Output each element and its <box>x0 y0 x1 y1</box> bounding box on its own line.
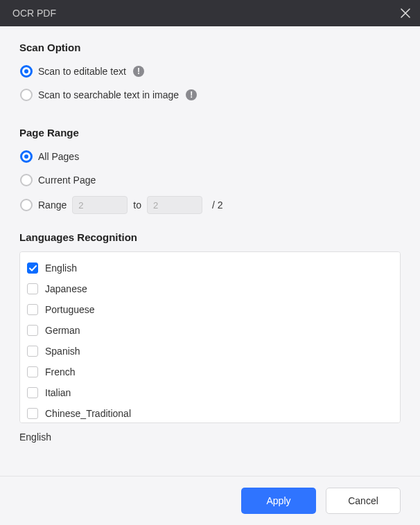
radio-current-page[interactable]: Current Page <box>19 172 401 188</box>
info-icon[interactable]: ! <box>133 66 144 77</box>
checkbox-icon <box>27 283 38 294</box>
cancel-button[interactable]: Cancel <box>326 488 401 514</box>
scan-option-heading: Scan Option <box>19 42 401 53</box>
radio-all-pages[interactable]: All Pages <box>19 148 401 165</box>
lang-item-german[interactable]: German <box>27 320 393 341</box>
lang-item-chinese-traditional[interactable]: Chinese_Traditional <box>27 403 393 423</box>
lang-label: Italian <box>45 387 71 398</box>
checkbox-icon <box>27 408 38 419</box>
radio-scan-searchable[interactable]: Scan to searchable text in image ! <box>19 87 401 103</box>
radio-icon <box>20 150 33 163</box>
radio-label: Current Page <box>38 175 96 186</box>
radio-icon <box>20 65 33 78</box>
scan-option-section: Scan Option Scan to editable text ! Scan… <box>19 42 401 110</box>
lang-label: Portuguese <box>45 304 95 315</box>
checkbox-icon <box>27 346 38 357</box>
page-range-heading: Page Range <box>19 127 401 139</box>
info-icon[interactable]: ! <box>186 89 197 100</box>
close-icon[interactable] <box>401 8 410 18</box>
lang-item-french[interactable]: French <box>27 362 393 382</box>
dialog-footer: Apply Cancel <box>0 476 420 525</box>
languages-listbox[interactable]: English Japanese Portuguese German Spani… <box>19 251 401 423</box>
radio-icon <box>20 174 33 186</box>
page-range-section: Page Range All Pages Current Page Range … <box>19 127 401 215</box>
range-to-input[interactable] <box>147 196 202 214</box>
dialog-title: OCR PDF <box>12 8 56 19</box>
radio-range[interactable] <box>20 199 33 211</box>
range-label: Range <box>38 199 67 211</box>
checkbox-icon <box>27 304 38 315</box>
lang-label: Spanish <box>45 346 80 357</box>
lang-item-spanish[interactable]: Spanish <box>27 341 393 362</box>
lang-label: English <box>45 262 77 274</box>
checkbox-icon <box>27 366 38 377</box>
checkbox-icon <box>27 325 38 336</box>
titlebar: OCR PDF <box>0 0 420 26</box>
lang-label: German <box>45 325 80 336</box>
dialog-content: Scan Option Scan to editable text ! Scan… <box>0 26 420 476</box>
lang-item-italian[interactable]: Italian <box>27 382 393 403</box>
lang-label: Chinese_Traditional <box>45 408 131 419</box>
apply-button[interactable]: Apply <box>241 488 316 514</box>
range-from-input[interactable] <box>72 196 128 214</box>
selected-languages-summary: English <box>19 431 401 443</box>
languages-heading: Languages Recognition <box>19 231 401 243</box>
radio-label: Scan to searchable text in image <box>38 89 179 100</box>
total-pages-label: / 2 <box>212 199 223 211</box>
lang-item-english[interactable]: English <box>27 258 393 278</box>
radio-range-row: Range to / 2 <box>19 195 401 215</box>
lang-label: French <box>45 366 76 377</box>
radio-scan-editable[interactable]: Scan to editable text ! <box>19 63 401 80</box>
lang-label: Japanese <box>45 283 87 294</box>
range-to-label: to <box>133 199 141 211</box>
radio-icon <box>20 89 33 101</box>
radio-label: All Pages <box>38 151 79 162</box>
lang-item-portuguese[interactable]: Portuguese <box>27 299 393 320</box>
lang-item-japanese[interactable]: Japanese <box>27 278 393 299</box>
radio-label: Scan to editable text <box>38 66 126 77</box>
checkbox-icon <box>27 387 38 398</box>
checkbox-icon <box>27 262 38 274</box>
